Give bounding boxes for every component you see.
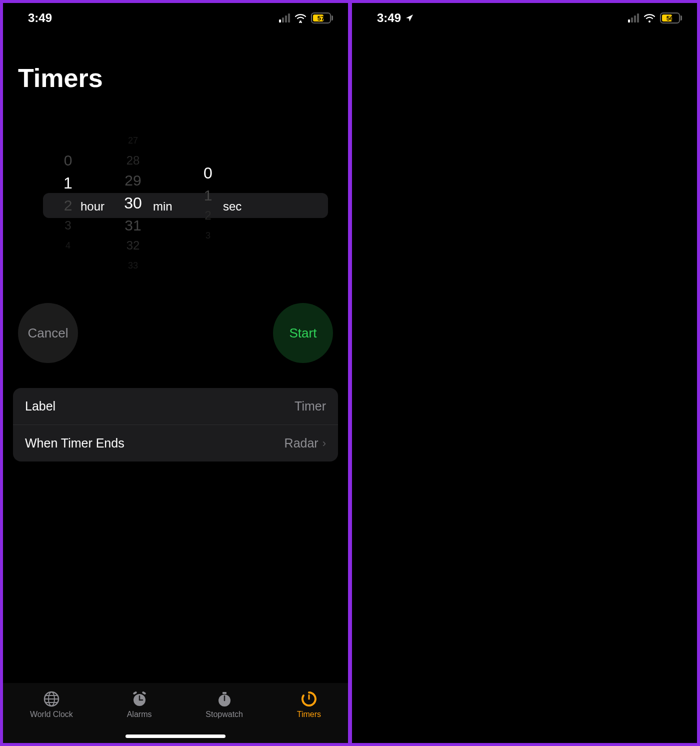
status-bar: 3:49 57 xyxy=(3,3,348,33)
min-unit-label: min xyxy=(153,200,172,214)
svg-point-15 xyxy=(648,20,650,22)
cell-signal-icon xyxy=(279,14,290,22)
battery-icon: 57 xyxy=(311,12,333,24)
status-time: 3:49 xyxy=(377,11,401,25)
timer-icon xyxy=(300,690,318,708)
tab-world-clock[interactable]: World Clock xyxy=(30,690,73,719)
tab-timers[interactable]: Timers xyxy=(297,690,321,719)
home-indicator[interactable] xyxy=(126,734,226,738)
battery-icon: 56 xyxy=(660,12,682,24)
svg-rect-12 xyxy=(222,692,226,694)
stopwatch-icon xyxy=(216,690,234,708)
tab-bar: World Clock Alarms Stopwatch Timers xyxy=(3,683,348,743)
timers-screen: 3:49 57 Timers hour min sec xyxy=(3,3,348,743)
timer-settings-group: Label Timer When Timer Ends Radar› xyxy=(13,388,338,462)
start-button[interactable]: Start xyxy=(273,303,333,363)
globe-icon xyxy=(42,690,60,708)
page-title: Timers xyxy=(3,33,348,103)
tab-stopwatch[interactable]: Stopwatch xyxy=(206,690,243,719)
ends-row-value: Radar xyxy=(284,436,318,450)
ends-row-title: When Timer Ends xyxy=(25,436,124,450)
alarm-icon xyxy=(130,690,148,708)
svg-rect-7 xyxy=(132,691,137,694)
time-picker[interactable]: hour min sec 0 1 2 3 4 27 28 29 30 31 32… xyxy=(3,118,348,288)
label-row-title: Label xyxy=(25,399,56,414)
label-row[interactable]: Label Timer xyxy=(13,388,338,425)
tab-alarms[interactable]: Alarms xyxy=(127,690,152,719)
seconds-column[interactable]: 0 1 2 3 xyxy=(188,118,228,288)
status-bar: 3:49 56 xyxy=(352,3,697,33)
location-icon xyxy=(405,14,414,22)
status-time: 3:49 xyxy=(28,11,52,25)
svg-rect-8 xyxy=(142,691,146,694)
label-row-value: Timer xyxy=(294,399,326,414)
cell-signal-icon xyxy=(628,14,639,22)
when-timer-ends-screen: 3:49 56 Cancel When xyxy=(352,3,697,743)
chevron-right-icon: › xyxy=(322,437,326,450)
minutes-column[interactable]: 27 28 29 30 31 32 33 xyxy=(113,118,153,288)
wifi-icon xyxy=(643,13,656,23)
wifi-icon xyxy=(294,13,307,23)
hours-column[interactable]: 0 1 2 3 4 xyxy=(48,118,88,288)
when-timer-ends-row[interactable]: When Timer Ends Radar› xyxy=(13,425,338,462)
cancel-button[interactable]: Cancel xyxy=(18,303,78,363)
svg-point-0 xyxy=(300,20,302,22)
